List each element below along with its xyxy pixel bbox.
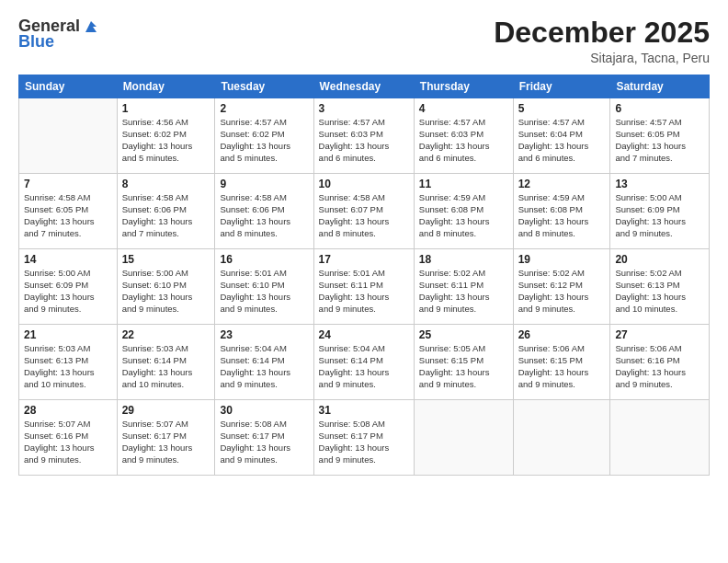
day-info: Sunrise: 5:00 AM Sunset: 6:09 PM Dayligh… [24, 268, 112, 315]
day-info: Sunrise: 5:07 AM Sunset: 6:16 PM Dayligh… [24, 419, 112, 465]
day-number: 12 [518, 178, 606, 190]
calendar-cell [610, 400, 710, 476]
day-number: 4 [419, 102, 508, 115]
day-info: Sunrise: 5:03 AM Sunset: 6:13 PM Dayligh… [24, 343, 112, 390]
calendar-cell: 31Sunrise: 5:08 AM Sunset: 6:17 PM Dayli… [313, 400, 414, 476]
calendar-cell: 7Sunrise: 4:58 AM Sunset: 6:05 PM Daylig… [19, 174, 118, 249]
day-info: Sunrise: 5:08 AM Sunset: 6:17 PM Dayligh… [319, 419, 409, 465]
calendar-cell: 14Sunrise: 5:00 AM Sunset: 6:09 PM Dayli… [19, 249, 118, 325]
day-info: Sunrise: 4:58 AM Sunset: 6:06 PM Dayligh… [122, 192, 210, 239]
day-info: Sunrise: 5:02 AM Sunset: 6:11 PM Dayligh… [419, 268, 508, 315]
day-info: Sunrise: 4:57 AM Sunset: 6:03 PM Dayligh… [319, 117, 409, 164]
subtitle: Sitajara, Tacna, Peru [494, 51, 710, 65]
week-row-4: 21Sunrise: 5:03 AM Sunset: 6:13 PM Dayli… [19, 325, 710, 400]
calendar-header-row: SundayMondayTuesdayWednesdayThursdayFrid… [19, 75, 710, 98]
day-info: Sunrise: 5:08 AM Sunset: 6:17 PM Dayligh… [220, 419, 308, 465]
day-info: Sunrise: 5:06 AM Sunset: 6:16 PM Dayligh… [615, 343, 704, 390]
day-info: Sunrise: 5:00 AM Sunset: 6:10 PM Dayligh… [122, 268, 210, 315]
logo: General Blue [18, 17, 100, 52]
calendar-header-monday: Monday [117, 75, 215, 98]
calendar-cell: 29Sunrise: 5:07 AM Sunset: 6:17 PM Dayli… [117, 400, 215, 476]
day-number: 14 [24, 253, 112, 266]
calendar-cell: 30Sunrise: 5:08 AM Sunset: 6:17 PM Dayli… [215, 400, 313, 476]
day-info: Sunrise: 4:57 AM Sunset: 6:05 PM Dayligh… [615, 117, 704, 164]
calendar-cell [19, 98, 118, 174]
calendar-cell: 11Sunrise: 4:59 AM Sunset: 6:08 PM Dayli… [414, 174, 513, 249]
day-number: 22 [122, 328, 210, 341]
day-number: 19 [518, 253, 606, 266]
day-number: 10 [319, 178, 409, 190]
day-info: Sunrise: 5:05 AM Sunset: 6:15 PM Dayligh… [419, 343, 508, 390]
day-number: 16 [220, 253, 308, 266]
calendar-cell: 16Sunrise: 5:01 AM Sunset: 6:10 PM Dayli… [215, 249, 313, 325]
calendar-cell: 28Sunrise: 5:07 AM Sunset: 6:16 PM Dayli… [19, 400, 118, 476]
calendar-cell: 13Sunrise: 5:00 AM Sunset: 6:09 PM Dayli… [610, 174, 710, 249]
calendar-cell: 21Sunrise: 5:03 AM Sunset: 6:13 PM Dayli… [19, 325, 118, 400]
day-number: 31 [319, 404, 409, 417]
day-info: Sunrise: 4:57 AM Sunset: 6:04 PM Dayligh… [518, 117, 606, 164]
day-info: Sunrise: 5:06 AM Sunset: 6:15 PM Dayligh… [518, 343, 606, 390]
day-number: 20 [615, 253, 704, 266]
day-number: 30 [220, 404, 308, 417]
calendar-cell: 9Sunrise: 4:58 AM Sunset: 6:06 PM Daylig… [215, 174, 313, 249]
week-row-2: 7Sunrise: 4:58 AM Sunset: 6:05 PM Daylig… [19, 174, 710, 249]
week-row-5: 28Sunrise: 5:07 AM Sunset: 6:16 PM Dayli… [19, 400, 710, 476]
day-number: 2 [220, 102, 308, 115]
logo-icon [82, 17, 100, 36]
day-number: 7 [24, 178, 112, 190]
calendar-cell: 23Sunrise: 5:04 AM Sunset: 6:14 PM Dayli… [215, 325, 313, 400]
calendar-cell: 24Sunrise: 5:04 AM Sunset: 6:14 PM Dayli… [313, 325, 414, 400]
calendar-cell [513, 400, 610, 476]
calendar-cell: 17Sunrise: 5:01 AM Sunset: 6:11 PM Dayli… [313, 249, 414, 325]
calendar-cell: 18Sunrise: 5:02 AM Sunset: 6:11 PM Dayli… [414, 249, 513, 325]
calendar-cell: 2Sunrise: 4:57 AM Sunset: 6:02 PM Daylig… [215, 98, 313, 174]
title-block: December 2025 Sitajara, Tacna, Peru [494, 17, 710, 65]
calendar-header-wednesday: Wednesday [313, 75, 414, 98]
day-info: Sunrise: 5:04 AM Sunset: 6:14 PM Dayligh… [220, 343, 308, 390]
day-number: 21 [24, 328, 112, 341]
day-info: Sunrise: 4:57 AM Sunset: 6:03 PM Dayligh… [419, 117, 508, 164]
day-info: Sunrise: 4:58 AM Sunset: 6:05 PM Dayligh… [24, 192, 112, 239]
day-info: Sunrise: 4:59 AM Sunset: 6:08 PM Dayligh… [518, 192, 606, 239]
day-info: Sunrise: 4:57 AM Sunset: 6:02 PM Dayligh… [220, 117, 308, 164]
day-number: 24 [319, 328, 409, 341]
calendar-cell: 12Sunrise: 4:59 AM Sunset: 6:08 PM Dayli… [513, 174, 610, 249]
week-row-1: 1Sunrise: 4:56 AM Sunset: 6:02 PM Daylig… [19, 98, 710, 174]
day-number: 25 [419, 328, 508, 341]
calendar-cell: 4Sunrise: 4:57 AM Sunset: 6:03 PM Daylig… [414, 98, 513, 174]
day-number: 17 [319, 253, 409, 266]
day-info: Sunrise: 5:01 AM Sunset: 6:11 PM Dayligh… [319, 268, 409, 315]
calendar-cell: 10Sunrise: 4:58 AM Sunset: 6:07 PM Dayli… [313, 174, 414, 249]
day-info: Sunrise: 5:00 AM Sunset: 6:09 PM Dayligh… [615, 192, 704, 239]
day-number: 27 [615, 328, 704, 341]
day-info: Sunrise: 5:01 AM Sunset: 6:10 PM Dayligh… [220, 268, 308, 315]
calendar-cell: 25Sunrise: 5:05 AM Sunset: 6:15 PM Dayli… [414, 325, 513, 400]
calendar-cell: 6Sunrise: 4:57 AM Sunset: 6:05 PM Daylig… [610, 98, 710, 174]
day-number: 3 [319, 102, 409, 115]
header: General Blue December 2025 Sitajara, Tac… [18, 17, 710, 65]
day-info: Sunrise: 4:56 AM Sunset: 6:02 PM Dayligh… [122, 117, 210, 164]
week-row-3: 14Sunrise: 5:00 AM Sunset: 6:09 PM Dayli… [19, 249, 710, 325]
calendar-header-saturday: Saturday [610, 75, 710, 98]
day-number: 29 [122, 404, 210, 417]
day-number: 5 [518, 102, 606, 115]
day-info: Sunrise: 4:58 AM Sunset: 6:07 PM Dayligh… [319, 192, 409, 239]
day-info: Sunrise: 5:04 AM Sunset: 6:14 PM Dayligh… [319, 343, 409, 390]
day-number: 11 [419, 178, 508, 190]
day-number: 28 [24, 404, 112, 417]
day-info: Sunrise: 5:07 AM Sunset: 6:17 PM Dayligh… [122, 419, 210, 465]
day-number: 13 [615, 178, 704, 190]
calendar-header-friday: Friday [513, 75, 610, 98]
calendar-cell: 27Sunrise: 5:06 AM Sunset: 6:16 PM Dayli… [610, 325, 710, 400]
calendar-cell: 19Sunrise: 5:02 AM Sunset: 6:12 PM Dayli… [513, 249, 610, 325]
calendar-cell: 8Sunrise: 4:58 AM Sunset: 6:06 PM Daylig… [117, 174, 215, 249]
month-title: December 2025 [494, 17, 710, 49]
calendar-cell: 15Sunrise: 5:00 AM Sunset: 6:10 PM Dayli… [117, 249, 215, 325]
day-info: Sunrise: 4:59 AM Sunset: 6:08 PM Dayligh… [419, 192, 508, 239]
day-number: 23 [220, 328, 308, 341]
calendar-header-thursday: Thursday [414, 75, 513, 98]
calendar-cell [414, 400, 513, 476]
calendar-header-sunday: Sunday [19, 75, 118, 98]
page: General Blue December 2025 Sitajara, Tac… [0, 0, 728, 563]
day-number: 9 [220, 178, 308, 190]
